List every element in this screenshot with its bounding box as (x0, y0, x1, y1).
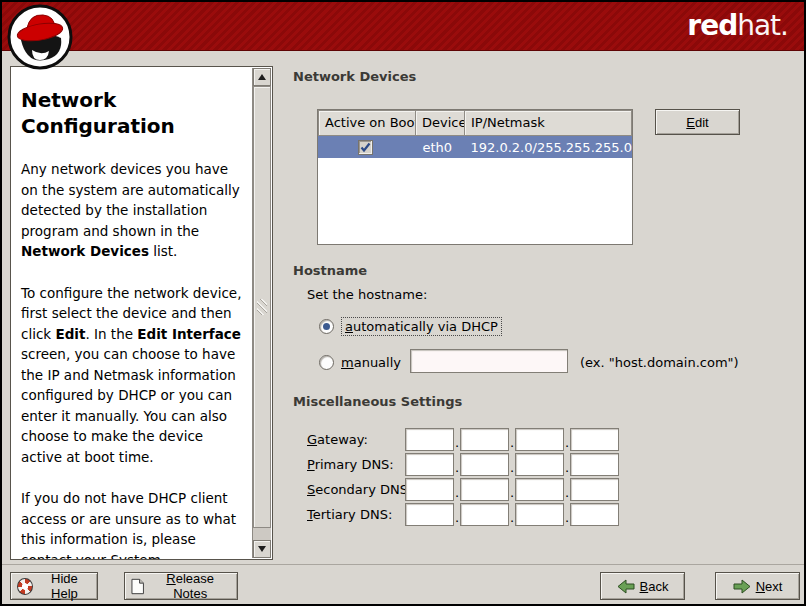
misc-settings-section-label: Miscellaneous Settings (293, 394, 462, 409)
gateway-mnemonic: G (307, 432, 317, 447)
column-header-ip-netmask[interactable]: IP/Netmask (464, 110, 632, 136)
back-rest: ack (648, 579, 668, 594)
release-notes-mnemonic: R (166, 571, 175, 586)
auto-dhcp-label[interactable]: automatically via DHCP (341, 317, 502, 336)
p1-text: Any network devices you have on the syst… (21, 161, 240, 239)
back-mnemonic: B (640, 579, 649, 594)
edit-button[interactable]: Edit (655, 109, 740, 135)
column-header-device[interactable]: Device (415, 110, 465, 136)
help-paragraph-3: If you do not have DHCP client access or… (21, 488, 244, 559)
manual-mnemonic: m (341, 355, 354, 370)
hide-help-rest: elp (60, 586, 77, 601)
help-panel: Network Configuration Any network device… (10, 66, 273, 560)
hide-help-pre: Hide (51, 571, 78, 586)
hostname-manual-option[interactable]: manually (319, 352, 401, 372)
scrollbar-up-button[interactable] (253, 68, 271, 86)
primary-dns-octet-1[interactable] (405, 453, 454, 476)
radio-auto-dhcp[interactable] (319, 319, 334, 334)
manual-label[interactable]: manually (341, 355, 401, 370)
tertiary-dns-octet-2[interactable] (460, 503, 509, 526)
network-devices-table[interactable]: Active on Boot Device IP/Netmask eth0 19… (317, 109, 633, 245)
gateway-octet-1[interactable] (405, 428, 454, 451)
checkmark-icon (360, 142, 371, 153)
edit-rest: dit (695, 115, 709, 130)
device-cell: eth0 (413, 140, 461, 155)
primary-dns-mnemonic: P (307, 457, 315, 472)
tertiary-dns-octet-4[interactable] (570, 503, 619, 526)
primary-dns-octet-3[interactable] (515, 453, 564, 476)
scroll-up-icon (258, 74, 266, 80)
back-arrow-icon (617, 579, 635, 594)
scrollbar-down-button[interactable] (253, 540, 271, 558)
secondary-dns-octet-3[interactable] (515, 478, 564, 501)
hide-help-button[interactable]: Hide Help (10, 572, 98, 600)
release-notes-label: Release Notes (149, 571, 231, 601)
primary-dns-rest: rimary DNS: (315, 457, 394, 472)
table-header-row: Active on Boot Device IP/Netmask (318, 110, 632, 136)
next-button-label: Next (756, 579, 783, 594)
title-banner (2, 2, 804, 51)
p2-text-end: screen, you can choose to have the IP an… (21, 346, 236, 465)
p2-bold-edit-interface: Edit Interface (137, 326, 241, 342)
redhat-shadowman-logo-icon (7, 4, 73, 70)
help-scrollbar[interactable] (252, 68, 271, 558)
scrollbar-grip-icon (257, 299, 267, 315)
gateway-octet-3[interactable] (515, 428, 564, 451)
auto-mnemonic: a (345, 319, 353, 334)
primary-dns-octet-2[interactable] (460, 453, 509, 476)
help-paragraph-2: To configure the network device, first s… (21, 283, 244, 468)
gateway-octet-4[interactable] (570, 428, 619, 451)
secondary-dns-label: Secondary DNS: (307, 482, 405, 497)
scrollbar-thumb[interactable] (253, 86, 271, 528)
primary-dns-row: Primary DNS: ... (307, 452, 619, 476)
footer-separator (2, 564, 804, 565)
installer-window: { "banner": { "wordmark_bold": "red", "w… (0, 0, 806, 606)
next-rest: ext (765, 579, 782, 594)
primary-dns-octet-4[interactable] (570, 453, 619, 476)
edit-button-label: Edit (686, 115, 708, 130)
table-row-eth0[interactable]: eth0 192.0.2.0/255.255.255.0 (318, 136, 632, 158)
next-arrow-icon (733, 579, 751, 594)
secondary-dns-rest: econdary DNS: (315, 482, 412, 497)
document-icon (131, 578, 144, 595)
p1-bold: Network Devices (21, 243, 149, 259)
release-notes-button[interactable]: Release Notes (124, 572, 238, 600)
release-notes-rest: elease Notes (173, 571, 214, 601)
network-devices-section-label: Network Devices (293, 69, 416, 84)
wordmark-bold: red (687, 9, 737, 42)
secondary-dns-octet-4[interactable] (570, 478, 619, 501)
set-hostname-prompt: Set the hostname: (307, 287, 427, 302)
back-button-label: Back (640, 579, 669, 594)
hide-help-label: Hide Help (38, 571, 91, 601)
scroll-down-icon (258, 546, 266, 552)
hostname-auto-dhcp-option[interactable]: automatically via DHCP (319, 316, 502, 336)
lifebuoy-icon (17, 578, 33, 595)
hostname-section-label: Hostname (293, 263, 367, 278)
ip-netmask-cell: 192.0.2.0/255.255.255.0 (461, 140, 632, 155)
back-button[interactable]: Back (600, 572, 685, 600)
radio-selected-dot (323, 323, 330, 330)
primary-dns-label: Primary DNS: (307, 457, 405, 472)
secondary-dns-row: Secondary DNS: ... (307, 477, 619, 501)
help-title: Network Configuration (21, 87, 244, 139)
secondary-dns-octet-2[interactable] (460, 478, 509, 501)
gateway-octet-2[interactable] (460, 428, 509, 451)
tertiary-dns-label: Tertiary DNS: (307, 507, 405, 522)
next-mnemonic: N (756, 579, 765, 594)
tertiary-dns-octet-3[interactable] (515, 503, 564, 526)
active-on-boot-cell (318, 140, 413, 155)
active-on-boot-checkbox[interactable] (358, 140, 373, 155)
p2-text-mid: . In the (85, 326, 137, 342)
column-header-active-on-boot[interactable]: Active on Boot (318, 110, 416, 136)
p2-bold-edit: Edit (55, 326, 85, 342)
manual-hostname-input[interactable] (410, 349, 568, 373)
next-button[interactable]: Next (715, 572, 800, 600)
gateway-rest: ateway: (317, 432, 368, 447)
help-paragraph-1: Any network devices you have on the syst… (21, 159, 244, 262)
edit-mnemonic: E (686, 115, 695, 130)
radio-manual[interactable] (319, 355, 334, 370)
auto-rest: utomatically via DHCP (353, 319, 498, 334)
gateway-label: Gateway: (307, 432, 405, 447)
tertiary-dns-octet-1[interactable] (405, 503, 454, 526)
secondary-dns-octet-1[interactable] (405, 478, 454, 501)
